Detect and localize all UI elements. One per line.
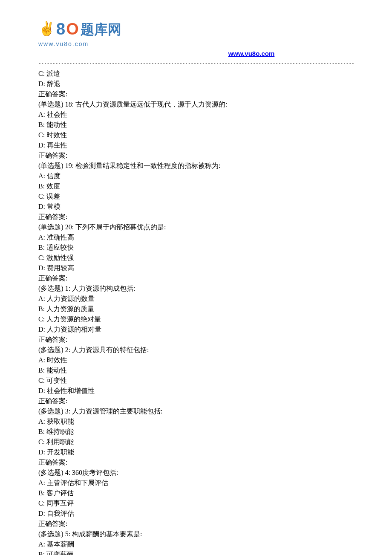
divider-line: ----------------------------------------… [38,60,354,67]
content-line: 正确答案: [38,457,354,468]
content-line: 正确答案: [38,396,354,406]
content-line: A: 人力资源的数量 [38,294,354,304]
content-line: C: 人力资源的绝对量 [38,314,354,324]
content-line: B: 维持职能 [38,427,354,437]
content-line: A: 时效性 [38,355,354,365]
content-line: B: 效度 [38,181,354,191]
content-line: 正确答案: [38,519,354,529]
content-line: D: 常模 [38,202,354,212]
content-line: B: 客户评估 [38,488,354,498]
content-line: 正确答案: [38,335,354,345]
content-line: A: 社会性 [38,110,354,120]
document-content: C: 派遣D: 辞退正确答案:(单选题) 18: 古代人力资源质量远远低于现代，… [38,69,354,555]
logo-digit-zero: O [66,17,79,41]
content-line: A: 主管评估和下属评估 [38,478,354,488]
content-line: B: 适应较快 [38,243,354,253]
page-header: ✌ 8 O 题库网 www.vu8o.com www.vu8o.com ----… [38,17,354,67]
content-line: A: 获取职能 [38,416,354,427]
content-line: C: 误差 [38,191,354,202]
content-line: B: 能动性 [38,365,354,376]
content-line: 正确答案: [38,89,354,99]
content-line: B: 人力资源的质量 [38,304,354,314]
header-url-link[interactable]: www.vu8o.com [228,50,275,57]
logo-top-row: ✌ 8 O 题库网 [38,17,121,41]
content-line: C: 激励性强 [38,253,354,263]
header-url-line: www.vu8o.com [38,49,354,59]
content-line: A: 基本薪酬 [38,539,354,549]
content-line: (单选题) 18: 古代人力资源质量远远低于现代，源于人力资源的: [38,99,354,110]
content-line: A: 准确性高 [38,232,354,243]
content-line: D: 辞退 [38,79,354,89]
content-line: D: 社会性和增值性 [38,386,354,396]
logo-area: ✌ 8 O 题库网 www.vu8o.com [38,17,354,49]
content-line: (多选题) 3: 人力资源管理的主要职能包括: [38,406,354,416]
content-line: D: 人力资源的相对量 [38,324,354,335]
content-line: B: 可变薪酬 [38,549,354,555]
content-line: (多选题) 2: 人力资源具有的特征包括: [38,345,354,355]
content-line: (单选题) 19: 检验测量结果稳定性和一致性程度的指标被称为: [38,161,354,171]
content-line: (多选题) 1: 人力资源的构成包括: [38,283,354,294]
logo-digit-eight: 8 [56,17,65,41]
content-line: C: 利用职能 [38,437,354,447]
content-line: D: 自我评估 [38,509,354,519]
logo-chinese-text: 题库网 [81,19,121,40]
logo-block: ✌ 8 O 题库网 www.vu8o.com [38,17,121,49]
content-line: C: 同事互评 [38,498,354,509]
content-line: (多选题) 4: 360度考评包括: [38,468,354,478]
content-line: 正确答案: [38,212,354,222]
content-line: D: 费用较高 [38,263,354,273]
content-line: (多选题) 5: 构成薪酬的基本要素是: [38,529,354,539]
content-line: B: 能动性 [38,120,354,130]
content-line: D: 再生性 [38,140,354,150]
content-line: C: 可变性 [38,376,354,386]
content-line: A: 信度 [38,171,354,181]
content-line: C: 派遣 [38,69,354,79]
content-line: 正确答案: [38,273,354,283]
content-line: D: 开发职能 [38,447,354,457]
content-line: (单选题) 20: 下列不属于内部招募优点的是: [38,222,354,232]
logo-url-text: www.vu8o.com [38,40,121,49]
content-line: 正确答案: [38,150,354,161]
content-line: C: 时效性 [38,130,354,140]
victory-hand-icon: ✌ [38,18,55,39]
